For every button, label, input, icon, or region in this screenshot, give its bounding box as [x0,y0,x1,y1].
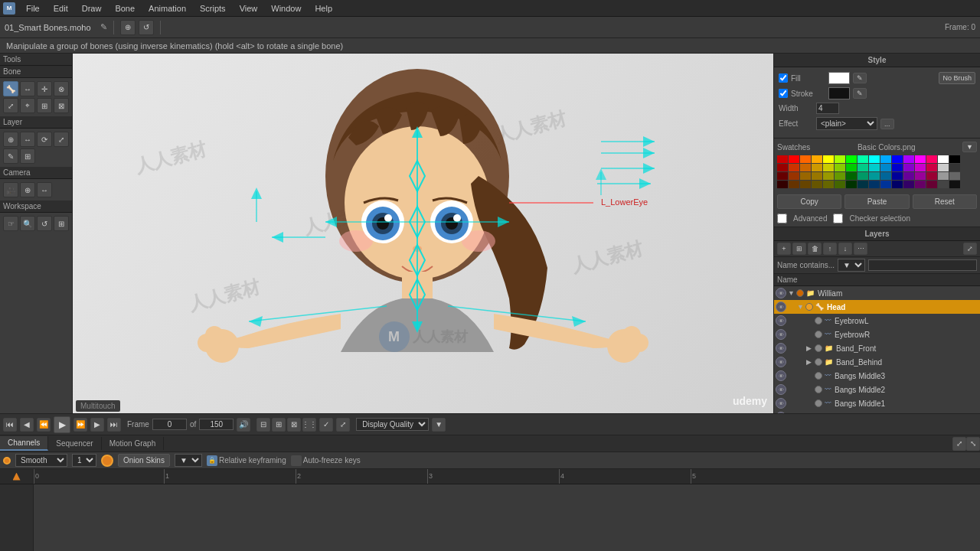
swatch-color[interactable] [846,172,857,180]
swatch-color[interactable] [835,155,845,163]
swatch-color[interactable] [835,181,845,188]
bone-tool-1[interactable]: 🦴 [3,81,18,96]
swatch-color[interactable] [800,181,811,188]
swatch-color[interactable] [892,172,903,180]
swatch-color[interactable] [812,181,822,188]
audio-btn[interactable]: 🔊 [237,418,250,432]
layer-vis-william[interactable]: 👁 [776,288,786,298]
swatch-color[interactable] [789,155,799,163]
layer-tool-5[interactable]: ✎ [3,148,18,164]
swatch-color[interactable] [777,172,788,180]
reset-button[interactable]: Reset [913,194,977,209]
fill-checkbox[interactable] [779,73,788,83]
fill-eyedropper[interactable]: ✎ [853,73,867,83]
layer-tool-1[interactable]: ⊕ [3,132,18,147]
layers-add-btn[interactable]: + [777,243,791,255]
bone-tool-5[interactable]: ⤢ [3,98,18,113]
swatch-color[interactable] [892,181,903,188]
swatch-color[interactable] [823,181,834,188]
layer-vis-eyebrowr[interactable]: 👁 [776,329,786,340]
layer-tool-4[interactable]: ⤢ [54,132,69,147]
layer-row-head[interactable]: 👁 ▼ 🦴 Head [774,300,980,314]
view-btn-4[interactable]: ⋮⋮ [302,418,316,432]
swatch-color[interactable] [892,155,903,163]
prev-frame-btn[interactable]: ◀ [20,418,34,432]
go-to-start-btn[interactable]: ⏮ [3,418,17,432]
swatch-color[interactable] [858,155,868,163]
swatch-color[interactable] [869,155,880,163]
view-btn-1[interactable]: ⊟ [256,418,270,432]
toolbar-edit-icon[interactable]: ✎ [100,22,107,32]
menu-edit[interactable]: Edit [47,2,74,15]
next-keyframe-btn[interactable]: ⏩ [74,418,87,432]
swatch-color[interactable] [835,164,845,171]
swatch-color[interactable] [789,164,799,171]
swatch-color[interactable] [858,181,868,188]
layer-expand-band_front[interactable]: ▶ [806,344,814,352]
swatch-color[interactable] [789,172,799,180]
paste-button[interactable]: Paste [844,194,909,209]
layer-vis-bangs_right1[interactable]: 👁 [776,412,786,413]
swatch-color[interactable] [938,172,949,180]
workspace-tool-4[interactable]: ⊞ [54,216,69,231]
timeline-expand-btn[interactable]: ⤢ [952,437,966,451]
swatch-color[interactable] [777,181,788,188]
smooth-num-select[interactable]: 1 [72,454,96,467]
camera-tool-2[interactable]: ⊕ [20,182,35,197]
frame-input[interactable] [152,419,187,430]
onion-select[interactable]: ▼ [175,454,202,467]
bone-tool-7[interactable]: ⊞ [37,98,52,113]
swatch-color[interactable] [949,164,960,171]
layers-more-btn[interactable]: ⋯ [854,243,867,255]
layer-row-william[interactable]: 👁 ▼ 📁 William [774,286,980,300]
swatch-color[interactable] [915,181,926,188]
layers-copy-btn[interactable]: ⊞ [792,243,806,255]
layer-tool-6[interactable]: ⊞ [20,148,35,164]
swatch-color[interactable] [903,172,914,180]
smooth-select[interactable]: Smooth Linear Ease In Ease Out [15,454,67,467]
swatch-color[interactable] [800,172,811,180]
layer-row-bangs_middle3[interactable]: 👁 〰 Bangs Middle3 [774,369,980,383]
layers-move-up-btn[interactable]: ↑ [823,243,837,255]
layers-expand-btn[interactable]: ⤢ [963,243,977,255]
layer-row-bangs_middle1[interactable]: 👁 〰 Bangs Middle1 [774,396,980,410]
swatch-color[interactable] [926,172,937,180]
layer-row-eyebrowl[interactable]: 👁 〰 EyebrowL [774,314,980,328]
menu-scripts[interactable]: Scripts [194,2,232,15]
swatch-color[interactable] [938,164,949,171]
layer-expand-william[interactable]: ▼ [788,289,795,297]
display-quality-select[interactable]: Display Quality [356,418,429,431]
filter-select[interactable]: ▼ [838,259,865,272]
swatch-color[interactable] [915,164,926,171]
menu-help[interactable]: Help [309,2,338,15]
layer-row-bangs_right1[interactable]: 👁 〰 Bangs Right1 [774,410,980,413]
layer-vis-band_behind[interactable]: 👁 [776,357,786,367]
menu-view[interactable]: View [234,2,264,15]
toolbar-btn-2[interactable]: ↺ [139,20,154,35]
view-btn-3[interactable]: ⊠ [287,418,301,432]
next-frame-btn[interactable]: ▶ [90,418,104,432]
effect-select[interactable]: <plain> [816,117,877,130]
swatch-color[interactable] [777,155,788,163]
swatch-color[interactable] [915,172,926,180]
workspace-tool-2[interactable]: 🔍 [20,216,35,231]
layer-row-band_behind[interactable]: 👁 ▶ 📁 Band_Behind [774,355,980,369]
swatch-color[interactable] [949,181,960,188]
bone-tool-4[interactable]: ⊗ [54,81,69,96]
swatch-color[interactable] [777,164,788,171]
swatch-color[interactable] [892,164,903,171]
camera-tool-3[interactable]: ↔ [37,182,52,197]
layers-search-input[interactable] [868,259,977,271]
swatch-color[interactable] [869,172,880,180]
layer-vis-head[interactable]: 👁 [776,302,786,312]
swatch-color[interactable] [915,155,926,163]
swatch-color[interactable] [903,155,914,163]
tab-channels[interactable]: Channels [0,436,48,451]
menu-animation[interactable]: Animation [142,2,192,15]
bone-tool-2[interactable]: ↔ [20,81,35,96]
fullscreen-btn[interactable]: ⤢ [336,418,350,432]
menu-window[interactable]: Window [265,2,307,15]
prev-keyframe-btn[interactable]: ⏪ [37,418,51,432]
stroke-color[interactable] [828,87,850,99]
swatch-color[interactable] [800,155,811,163]
